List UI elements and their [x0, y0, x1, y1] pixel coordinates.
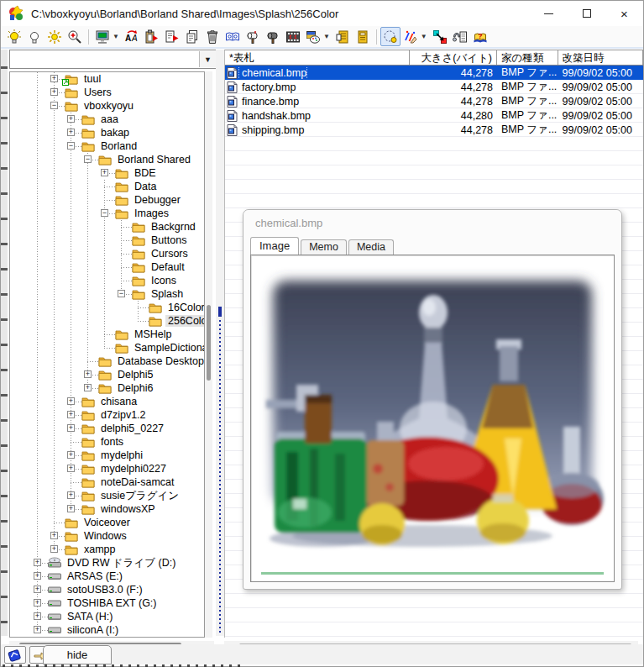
- help-book-button[interactable]: ?: [470, 27, 490, 46]
- file-row-factory-bmp[interactable]: factory.bmp44,278BMP ファ...99/09/02 05:00: [225, 80, 643, 94]
- tree-item-16color[interactable]: 16Color: [10, 301, 204, 314]
- copy-button[interactable]: [182, 27, 202, 46]
- file-name-cell[interactable]: chemical.bmp: [225, 67, 410, 79]
- monitor-dropdown-arrow[interactable]: ▼: [113, 33, 119, 40]
- tree-item-debugger[interactable]: Debugger: [10, 193, 204, 207]
- tree-item-silicona-i-[interactable]: +siliconA (I:): [10, 623, 204, 637]
- tree-item-chisana[interactable]: +chisana: [10, 395, 204, 408]
- tree-item-sata-h-[interactable]: +SATA (H:): [10, 610, 204, 623]
- tree-item-label[interactable]: Images: [132, 207, 171, 219]
- expand-box[interactable]: +: [34, 612, 41, 620]
- tree-item-label[interactable]: Delphi5: [115, 369, 155, 381]
- expand-box[interactable]: +: [84, 370, 92, 378]
- mailbox-receive-button[interactable]: [263, 27, 283, 46]
- panel-splitter[interactable]: [216, 50, 224, 636]
- tree-item-label[interactable]: Buttons: [149, 234, 189, 246]
- font-rotate-button[interactable]: AA: [122, 27, 142, 46]
- tree-item-arsas-e-[interactable]: +ARSAS (E:): [10, 570, 204, 583]
- tree-item-label[interactable]: vboxkyoyu: [81, 100, 136, 112]
- bulb-on-button[interactable]: [4, 27, 24, 46]
- archive-button[interactable]: [353, 27, 373, 46]
- tree-item-splash[interactable]: −Splash: [10, 287, 204, 301]
- preview-tab-memo[interactable]: Memo: [301, 239, 347, 255]
- titlebar[interactable]: C:\vboxkyoyu\Borland\Borland Shared\Imag…: [1, 1, 643, 26]
- folder-combo[interactable]: ▼: [9, 50, 217, 69]
- tree-item-label[interactable]: windowsXP: [98, 503, 158, 515]
- tree-vertical-scrollbar[interactable]: [205, 71, 212, 638]
- tree-item-d7zipv1-2[interactable]: +d7zipv1.2: [10, 408, 204, 422]
- tree-item-label[interactable]: Splash: [149, 288, 186, 300]
- tree-item-sampledictionary[interactable]: SampleDictionary: [10, 341, 204, 355]
- archive-in-button[interactable]: [332, 27, 353, 46]
- paint-hand-button[interactable]: [401, 27, 421, 46]
- collapse-box[interactable]: −: [67, 142, 75, 150]
- preview-window-title[interactable]: chemical.bmp: [243, 210, 621, 237]
- preview-tab-media[interactable]: Media: [348, 239, 394, 255]
- tree-item-label[interactable]: Windows: [81, 530, 129, 542]
- tree-item-label[interactable]: ARSAS (E:): [65, 570, 125, 582]
- tree-item-label[interactable]: TOSHIBA EXT (G:): [65, 597, 160, 609]
- tree-item-buttons[interactable]: Buttons: [10, 234, 204, 247]
- tree-item-toshiba-ext-g-[interactable]: +TOSHIBA EXT (G:): [10, 596, 204, 610]
- tree-item-icons[interactable]: Icons: [10, 274, 204, 287]
- tree-item-borland[interactable]: −Borland: [10, 139, 204, 153]
- expand-box[interactable]: +: [67, 505, 75, 512]
- collapse-box[interactable]: −: [84, 155, 92, 163]
- expand-box[interactable]: +: [67, 424, 75, 432]
- expand-box[interactable]: +: [67, 451, 75, 459]
- column-header-1[interactable]: 大きさ(バイト): [410, 50, 497, 65]
- tree-item-label[interactable]: Data: [132, 181, 159, 192]
- maximize-button[interactable]: [568, 1, 605, 26]
- tree-item-vboxkyoyu[interactable]: −vboxkyoyu: [10, 99, 204, 113]
- tree-item-label[interactable]: fonts: [98, 436, 126, 448]
- tree-item-label[interactable]: SampleDictionary: [132, 342, 205, 354]
- filmstrip-button[interactable]: [283, 27, 303, 46]
- tree-item-label[interactable]: SATA (H:): [65, 611, 115, 622]
- tree-item-label[interactable]: Default: [149, 261, 187, 273]
- tree-item-label[interactable]: Borland: [98, 140, 139, 152]
- tree-item-label[interactable]: 256Color: [165, 315, 205, 327]
- tree-item-label[interactable]: bakap: [98, 127, 132, 139]
- palette-button[interactable]: [303, 27, 323, 46]
- tree-item-label[interactable]: MSHelp: [132, 328, 174, 340]
- tree-item-label[interactable]: DVD RW ドライブ (D:): [65, 557, 178, 569]
- notebook-button[interactable]: [4, 646, 26, 664]
- tree-item-label[interactable]: aaa: [98, 113, 121, 125]
- expand-box[interactable]: +: [101, 169, 108, 176]
- tree-item-label[interactable]: Borland Shared: [115, 154, 193, 165]
- tree-item-label[interactable]: mydelphi0227: [98, 463, 169, 475]
- tree-item-xampp[interactable]: +xampp: [10, 543, 204, 556]
- expand-box[interactable]: +: [67, 115, 75, 123]
- expand-box[interactable]: +: [34, 559, 41, 566]
- splitter-handle[interactable]: [218, 307, 222, 317]
- preview-tab-image[interactable]: Image: [250, 237, 299, 255]
- close-button[interactable]: ×: [605, 1, 643, 26]
- tree-item-users[interactable]: +Users: [10, 86, 204, 99]
- tree-item-database-desktop[interactable]: Database Desktop: [10, 355, 204, 368]
- file-row-finance-bmp[interactable]: finance.bmp44,278BMP ファ...99/09/02 05:00: [225, 94, 643, 108]
- palette-dropdown-arrow[interactable]: ▼: [323, 33, 330, 40]
- tree-item-label[interactable]: Icons: [149, 275, 179, 286]
- tree-item-label[interactable]: Users: [81, 87, 114, 98]
- bulb-off-button[interactable]: [24, 27, 45, 46]
- lasso-button[interactable]: [380, 27, 401, 46]
- tree-item-label[interactable]: Debugger: [132, 194, 183, 206]
- expand-box[interactable]: +: [34, 572, 41, 580]
- tree-item-label[interactable]: Voiceover: [81, 517, 133, 528]
- expand-box[interactable]: +: [67, 129, 75, 136]
- tree-item-label[interactable]: siliconA (I:): [65, 624, 121, 636]
- tree-item-label[interactable]: Cursors: [149, 248, 191, 260]
- column-header-3[interactable]: 改築日時: [558, 50, 643, 65]
- tree-item-label[interactable]: 16Color: [165, 302, 205, 313]
- file-name-cell[interactable]: handshak.bmp: [225, 110, 410, 122]
- tree-item-delphi6[interactable]: +Delphi6: [10, 381, 204, 395]
- clipboard-export-button[interactable]: [142, 27, 162, 46]
- chevron-down-icon[interactable]: ▼: [199, 51, 216, 67]
- tree-item-label[interactable]: delphi5_0227: [98, 423, 166, 434]
- collapse-box[interactable]: −: [118, 290, 125, 297]
- expand-box[interactable]: +: [84, 384, 92, 391]
- tree-item-label[interactable]: tuul: [81, 73, 103, 85]
- delete-trash-button[interactable]: [202, 27, 223, 46]
- tree-item-voiceover[interactable]: Voiceover: [10, 516, 204, 529]
- tree-item-256color[interactable]: 256Color: [10, 314, 204, 328]
